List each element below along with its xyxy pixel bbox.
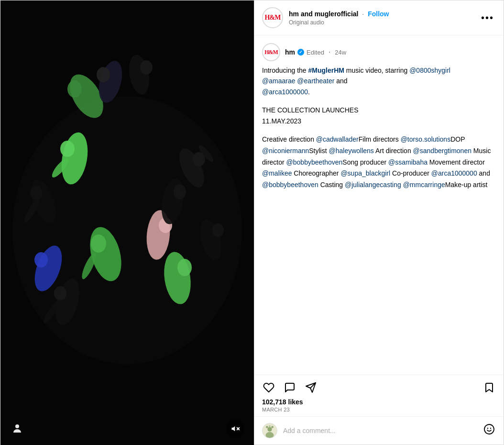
mention-malikee[interactable]: @malikee	[262, 169, 292, 177]
verified-badge: ✓	[297, 49, 304, 56]
caption-and: and	[334, 77, 347, 85]
mute-icon	[231, 424, 240, 433]
video-background	[0, 0, 254, 445]
mention-torso[interactable]: @torso.solutions	[401, 135, 450, 143]
caption-end: .	[308, 88, 310, 96]
mention-cadwallader[interactable]: @cadwallader	[316, 135, 359, 143]
action-bar: 102,718 likes MARCH 23	[254, 375, 504, 416]
commenter-avatar	[262, 423, 277, 438]
header-names: hm and muglerofficial · Follow	[289, 10, 473, 18]
mention-bobbybeethoven2[interactable]: @bobbybeethoven	[262, 181, 318, 189]
likes-count: 102,718 likes	[262, 398, 496, 406]
like-button[interactable]	[262, 381, 275, 394]
svg-point-43	[271, 426, 274, 428]
scene-svg	[0, 0, 254, 445]
post-user-row: H&M hm ✓ Edited · 24w	[262, 43, 496, 61]
svg-point-44	[269, 425, 271, 427]
svg-point-47	[490, 428, 491, 429]
bookmark-icon	[483, 382, 495, 393]
collection-line2: 11.MAY.2023	[262, 117, 301, 125]
post-user-info: hm ✓ Edited · 24w	[285, 48, 346, 56]
svg-point-40	[267, 427, 272, 432]
video-controls	[0, 412, 254, 445]
post-body: H&M hm ✓ Edited · 24w Introducing the #M…	[254, 35, 504, 375]
person-icon[interactable]	[10, 422, 24, 436]
collection-line1: THE COLLECTION LAUNCHES	[262, 106, 358, 114]
share-button[interactable]	[304, 381, 318, 394]
svg-point-12	[30, 186, 43, 200]
svg-point-42	[266, 426, 268, 428]
collection-text: THE COLLECTION LAUNCHES 11.MAY.2023	[262, 105, 496, 126]
comment-icon	[284, 382, 296, 393]
post-header: H&M hm and muglerofficial · Follow Origi…	[254, 0, 504, 35]
share-icon	[305, 382, 317, 393]
header-avatar[interactable]: H&M	[262, 7, 283, 28]
account-names[interactable]: hm and muglerofficial	[289, 10, 358, 18]
hashtag-muglerHM[interactable]: #MuglerHM	[308, 67, 344, 74]
svg-point-41	[266, 432, 274, 438]
mention-amaarae[interactable]: @amaarae	[262, 77, 295, 85]
svg-point-20	[34, 252, 48, 267]
mute-button[interactable]	[226, 420, 244, 438]
mention-0800shygirl[interactable]: @0800shygirl	[409, 67, 450, 74]
mention-haleywollens[interactable]: @haleywollens	[329, 147, 374, 155]
content-panel: H&M hm and muglerofficial · Follow Origi…	[254, 0, 504, 445]
mention-supablackgirl[interactable]: @supa_blackgirl	[340, 169, 390, 177]
svg-point-32	[212, 223, 224, 237]
credits-text: Creative direction @cadwalladerFilm dire…	[262, 134, 496, 191]
post-edited-status: Edited	[307, 49, 324, 56]
svg-point-46	[487, 428, 488, 429]
avatar-circle: H&M	[262, 7, 283, 28]
post-username[interactable]: hm	[285, 48, 295, 56]
post-container: H&M hm and muglerofficial · Follow Origi…	[0, 0, 504, 445]
heart-icon	[263, 382, 274, 393]
post-caption: Introducing the #MuglerHM music video, s…	[262, 65, 496, 97]
follow-button[interactable]: Follow	[368, 10, 389, 18]
emoji-icon	[483, 423, 495, 435]
mention-arca1000000[interactable]: @arca1000000	[262, 88, 308, 96]
svg-point-25	[174, 184, 186, 200]
svg-point-7	[140, 60, 153, 75]
header-subtitle: Original audio	[289, 19, 473, 26]
mention-arca-coproducer[interactable]: @arca1000000	[431, 169, 477, 177]
post-time: 24w	[335, 49, 346, 56]
comment-area	[254, 416, 504, 445]
save-button[interactable]	[482, 381, 496, 394]
dot-sep: ·	[362, 10, 364, 18]
svg-point-27	[177, 259, 192, 276]
svg-point-45	[484, 424, 494, 434]
mention-sandbergtimonen[interactable]: @sandbergtimonen	[413, 147, 471, 155]
action-icons-row	[262, 381, 496, 394]
hm-logo: H&M	[265, 14, 281, 22]
comment-button[interactable]	[283, 381, 296, 394]
svg-point-17	[91, 234, 106, 253]
post-user-avatar[interactable]: H&M	[262, 43, 280, 61]
post-hm-logo: H&M	[264, 49, 278, 56]
svg-marker-34	[232, 426, 235, 432]
comment-input[interactable]	[283, 427, 477, 434]
caption-mid: music video, starring	[344, 67, 409, 74]
header-text: hm and muglerofficial · Follow Original …	[289, 10, 473, 25]
caption-intro: Introducing the	[262, 67, 308, 74]
time-separator: ·	[329, 48, 330, 56]
mention-niconiermann[interactable]: @niconiermann	[262, 147, 309, 155]
svg-point-5	[97, 67, 110, 82]
svg-point-3	[67, 80, 82, 98]
mention-julialangecasting[interactable]: @julialangecasting	[345, 181, 401, 189]
emoji-button[interactable]	[482, 423, 496, 439]
more-options-button[interactable]: •••	[479, 11, 496, 24]
mention-mmcarringe[interactable]: @mmcarringe	[403, 181, 445, 189]
mention-eartheater[interactable]: @eartheater	[297, 77, 334, 85]
media-panel	[0, 0, 254, 445]
mention-ssamibaha[interactable]: @ssamibaha	[388, 158, 427, 166]
mention-bobbybeethoven[interactable]: @bobbybeethoven	[286, 158, 343, 166]
svg-point-33	[15, 424, 19, 428]
person-svg	[11, 423, 23, 434]
post-date: MARCH 23	[262, 407, 496, 412]
svg-point-29	[54, 286, 66, 300]
commenter-avatar-img	[263, 423, 277, 438]
svg-point-9	[60, 141, 75, 157]
